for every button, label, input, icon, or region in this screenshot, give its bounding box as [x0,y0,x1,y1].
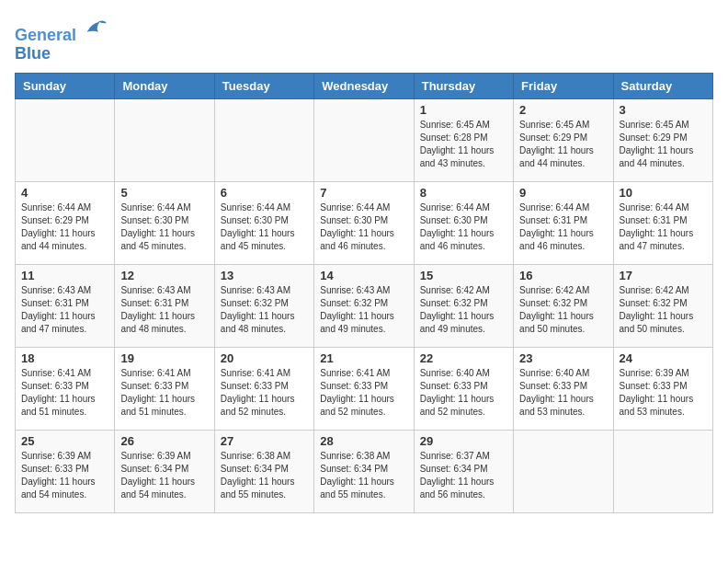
day-cell: 24Sunrise: 6:39 AM Sunset: 6:33 PM Dayli… [613,347,712,430]
day-cell [214,98,313,181]
day-cell: 23Sunrise: 6:40 AM Sunset: 6:33 PM Dayli… [514,347,613,430]
day-cell: 11Sunrise: 6:43 AM Sunset: 6:31 PM Dayli… [16,264,115,347]
header-tuesday: Tuesday [214,73,313,98]
day-info: Sunrise: 6:39 AM Sunset: 6:33 PM Dayligh… [620,367,707,419]
week-row-1: 1Sunrise: 6:45 AM Sunset: 6:28 PM Daylig… [16,98,713,181]
day-cell: 7Sunrise: 6:44 AM Sunset: 6:30 PM Daylig… [314,181,414,264]
day-cell: 3Sunrise: 6:45 AM Sunset: 6:29 PM Daylig… [613,98,712,181]
day-cell: 22Sunrise: 6:40 AM Sunset: 6:33 PM Dayli… [414,347,513,430]
day-number: 16 [519,269,607,282]
calendar-header-row: SundayMondayTuesdayWednesdayThursdayFrid… [16,73,713,98]
header-friday: Friday [514,73,613,98]
day-cell: 26Sunrise: 6:39 AM Sunset: 6:34 PM Dayli… [115,430,214,512]
day-number: 4 [21,186,108,200]
header-wednesday: Wednesday [314,73,414,98]
day-cell: 16Sunrise: 6:42 AM Sunset: 6:32 PM Dayli… [514,264,613,347]
day-cell: 15Sunrise: 6:42 AM Sunset: 6:32 PM Dayli… [414,264,513,347]
day-info: Sunrise: 6:39 AM Sunset: 6:33 PM Dayligh… [21,450,108,501]
day-info: Sunrise: 6:44 AM Sunset: 6:30 PM Dayligh… [320,201,407,253]
page-header: General Blue [15,15,713,63]
day-info: Sunrise: 6:39 AM Sunset: 6:34 PM Dayligh… [120,450,208,501]
day-info: Sunrise: 6:42 AM Sunset: 6:32 PM Dayligh… [519,284,607,336]
day-number: 26 [120,434,208,448]
day-number: 12 [120,269,208,282]
day-number: 8 [420,186,507,200]
day-info: Sunrise: 6:41 AM Sunset: 6:33 PM Dayligh… [120,367,208,419]
header-monday: Monday [115,73,214,98]
day-info: Sunrise: 6:44 AM Sunset: 6:29 PM Dayligh… [21,201,108,253]
day-cell: 25Sunrise: 6:39 AM Sunset: 6:33 PM Dayli… [16,430,115,512]
day-cell: 12Sunrise: 6:43 AM Sunset: 6:31 PM Dayli… [115,264,214,347]
day-cell: 14Sunrise: 6:43 AM Sunset: 6:32 PM Dayli… [314,264,414,347]
day-cell: 27Sunrise: 6:38 AM Sunset: 6:34 PM Dayli… [214,430,313,512]
day-info: Sunrise: 6:44 AM Sunset: 6:30 PM Dayligh… [221,201,308,253]
day-cell: 18Sunrise: 6:41 AM Sunset: 6:33 PM Dayli… [16,347,115,430]
day-number: 15 [420,269,507,282]
day-info: Sunrise: 6:45 AM Sunset: 6:29 PM Dayligh… [620,119,707,170]
day-info: Sunrise: 6:38 AM Sunset: 6:34 PM Dayligh… [221,450,308,501]
day-number: 21 [320,351,407,365]
day-number: 3 [620,103,707,117]
day-cell: 28Sunrise: 6:38 AM Sunset: 6:34 PM Dayli… [314,430,414,512]
week-row-5: 25Sunrise: 6:39 AM Sunset: 6:33 PM Dayli… [16,430,713,512]
week-row-4: 18Sunrise: 6:41 AM Sunset: 6:33 PM Dayli… [16,347,713,430]
day-number: 22 [420,351,507,365]
day-number: 11 [21,269,108,282]
logo-bird-icon [83,15,108,40]
day-cell: 20Sunrise: 6:41 AM Sunset: 6:33 PM Dayli… [214,347,313,430]
day-number: 7 [320,186,407,200]
day-info: Sunrise: 6:41 AM Sunset: 6:33 PM Dayligh… [21,367,108,419]
day-info: Sunrise: 6:44 AM Sunset: 6:30 PM Dayligh… [420,201,507,253]
day-info: Sunrise: 6:42 AM Sunset: 6:32 PM Dayligh… [620,284,707,336]
day-info: Sunrise: 6:43 AM Sunset: 6:32 PM Dayligh… [221,284,308,336]
day-cell [613,430,712,512]
day-info: Sunrise: 6:44 AM Sunset: 6:31 PM Dayligh… [620,201,707,253]
header-thursday: Thursday [414,73,513,98]
day-info: Sunrise: 6:43 AM Sunset: 6:31 PM Dayligh… [21,284,108,336]
week-row-2: 4Sunrise: 6:44 AM Sunset: 6:29 PM Daylig… [16,181,713,264]
day-cell: 2Sunrise: 6:45 AM Sunset: 6:29 PM Daylig… [514,98,613,181]
day-cell: 17Sunrise: 6:42 AM Sunset: 6:32 PM Dayli… [613,264,712,347]
day-cell: 29Sunrise: 6:37 AM Sunset: 6:34 PM Dayli… [414,430,513,512]
day-cell: 4Sunrise: 6:44 AM Sunset: 6:29 PM Daylig… [16,181,115,264]
day-info: Sunrise: 6:41 AM Sunset: 6:33 PM Dayligh… [221,367,308,419]
day-number: 13 [221,269,308,282]
day-cell: 9Sunrise: 6:44 AM Sunset: 6:31 PM Daylig… [514,181,613,264]
day-number: 5 [120,186,208,200]
day-number: 24 [620,351,707,365]
day-info: Sunrise: 6:44 AM Sunset: 6:31 PM Dayligh… [519,201,607,253]
day-info: Sunrise: 6:40 AM Sunset: 6:33 PM Dayligh… [420,367,507,419]
day-cell [314,98,414,181]
day-cell: 1Sunrise: 6:45 AM Sunset: 6:28 PM Daylig… [414,98,513,181]
day-number: 2 [519,103,607,117]
day-number: 18 [21,351,108,365]
logo-text: General [15,15,108,45]
day-number: 27 [221,434,308,448]
day-cell: 6Sunrise: 6:44 AM Sunset: 6:30 PM Daylig… [214,181,313,264]
day-cell [115,98,214,181]
day-number: 6 [221,186,308,200]
day-cell: 19Sunrise: 6:41 AM Sunset: 6:33 PM Dayli… [115,347,214,430]
day-info: Sunrise: 6:40 AM Sunset: 6:33 PM Dayligh… [519,367,607,419]
day-cell: 13Sunrise: 6:43 AM Sunset: 6:32 PM Dayli… [214,264,313,347]
day-number: 9 [519,186,607,200]
day-number: 10 [620,186,707,200]
day-number: 25 [21,434,108,448]
day-info: Sunrise: 6:38 AM Sunset: 6:34 PM Dayligh… [320,450,407,501]
day-info: Sunrise: 6:42 AM Sunset: 6:32 PM Dayligh… [420,284,507,336]
day-number: 28 [320,434,407,448]
day-cell: 5Sunrise: 6:44 AM Sunset: 6:30 PM Daylig… [115,181,214,264]
day-number: 20 [221,351,308,365]
logo: General Blue [15,15,108,63]
day-info: Sunrise: 6:37 AM Sunset: 6:34 PM Dayligh… [420,450,507,501]
header-saturday: Saturday [613,73,712,98]
day-cell: 10Sunrise: 6:44 AM Sunset: 6:31 PM Dayli… [613,181,712,264]
day-cell [16,98,115,181]
day-number: 23 [519,351,607,365]
week-row-3: 11Sunrise: 6:43 AM Sunset: 6:31 PM Dayli… [16,264,713,347]
day-cell [514,430,613,512]
day-number: 29 [420,434,507,448]
day-number: 17 [620,269,707,282]
day-info: Sunrise: 6:45 AM Sunset: 6:28 PM Dayligh… [420,119,507,170]
day-info: Sunrise: 6:44 AM Sunset: 6:30 PM Dayligh… [120,201,208,253]
